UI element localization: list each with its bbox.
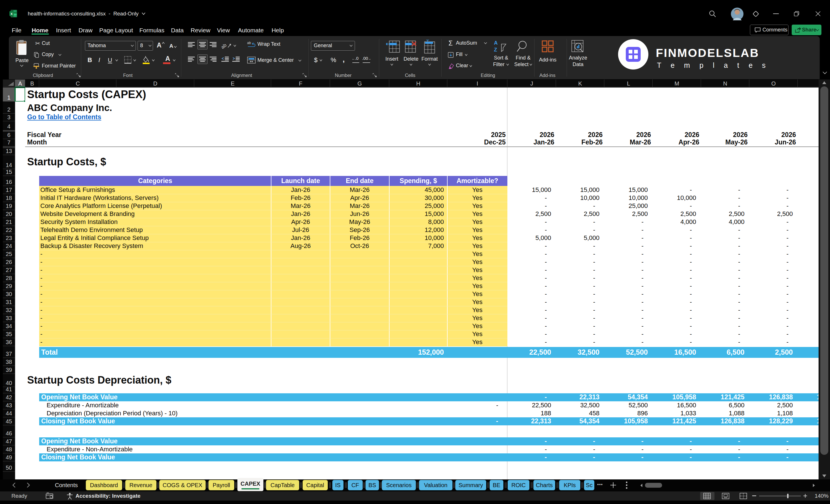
svg-text:Z: Z <box>494 47 497 53</box>
svg-text:ab: ab <box>247 41 251 45</box>
svg-text:A: A <box>494 40 498 46</box>
svg-text:x: x <box>10 12 12 16</box>
